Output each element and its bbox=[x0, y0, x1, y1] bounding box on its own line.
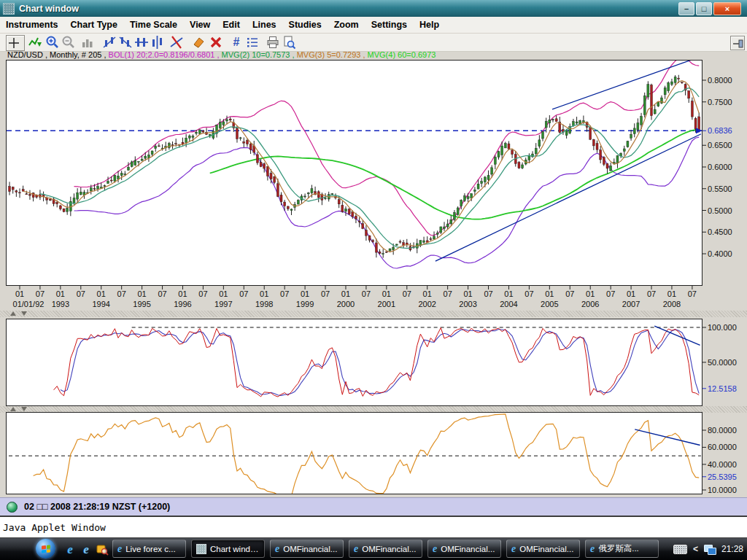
eraser-tool-icon[interactable] bbox=[191, 35, 206, 50]
panel-splitter[interactable] bbox=[0, 311, 747, 317]
collapse-down-icon[interactable] bbox=[21, 311, 27, 316]
taskbar-button-omfinancial[interactable]: eOMFinancial... bbox=[270, 540, 344, 558]
svg-text:07: 07 bbox=[117, 289, 126, 298]
internet-explorer-icon: e bbox=[354, 544, 358, 554]
taskbar-button-chart-window[interactable]: Chart window bbox=[191, 540, 265, 558]
print-icon[interactable] bbox=[266, 35, 280, 50]
svg-text:50.0000: 50.0000 bbox=[708, 358, 737, 367]
menu-help[interactable]: Help bbox=[419, 20, 439, 30]
svg-text:0.8000: 0.8000 bbox=[708, 76, 732, 85]
svg-text:01: 01 bbox=[56, 289, 65, 298]
applet-warning-bar: Java Applet Window bbox=[0, 516, 747, 538]
taskbar-button-[interactable]: e俄罗斯高... bbox=[585, 540, 659, 558]
menu-time-scale[interactable]: Time Scale bbox=[130, 20, 177, 30]
toolbar: # bbox=[0, 34, 747, 52]
svg-text:12.5158: 12.5158 bbox=[708, 384, 737, 393]
rsi-panel[interactable]: 80.000060.000040.000010.000025.5395 bbox=[6, 412, 741, 494]
main-price-chart[interactable]: 0.80000.75000.65000.60000.55000.50000.45… bbox=[6, 60, 741, 309]
menu-studies[interactable]: Studies bbox=[289, 20, 322, 30]
volume-histogram-icon[interactable] bbox=[80, 35, 95, 50]
svg-text:#: # bbox=[233, 36, 240, 48]
menu-edit[interactable]: Edit bbox=[222, 20, 240, 30]
grid-toggle-icon[interactable]: # bbox=[229, 35, 244, 50]
menu-chart-type[interactable]: Chart Type bbox=[71, 20, 117, 30]
internet-explorer-icon: e bbox=[117, 544, 122, 554]
svg-text:07: 07 bbox=[362, 289, 371, 298]
zoom-in-icon[interactable] bbox=[45, 35, 60, 50]
maximize-button[interactable]: □ bbox=[696, 2, 712, 15]
legend-mvg10: MVG(2) 10=0.7573 , bbox=[222, 50, 297, 59]
trendline-up-tool-icon[interactable] bbox=[102, 35, 117, 50]
menu-view[interactable]: View bbox=[190, 20, 210, 30]
svg-text:07: 07 bbox=[77, 289, 85, 298]
svg-text:1999: 1999 bbox=[296, 300, 314, 308]
menu-zoom[interactable]: Zoom bbox=[334, 20, 359, 30]
taskbar-button-label: OMFinancial... bbox=[283, 545, 337, 553]
quick-launch-search-icon[interactable] bbox=[95, 542, 109, 556]
collapse-up-icon[interactable] bbox=[10, 407, 16, 411]
print-preview-icon[interactable] bbox=[282, 35, 296, 50]
start-button[interactable] bbox=[36, 539, 55, 559]
chart-refresh-icon[interactable] bbox=[28, 35, 42, 50]
taskbar-button-omfinancial[interactable]: eOMFinancial... bbox=[349, 540, 422, 558]
svg-text:01: 01 bbox=[341, 289, 350, 298]
window-title: Chart window bbox=[19, 4, 79, 14]
collapse-down-icon[interactable] bbox=[21, 407, 27, 411]
taskbar-button-label: Live forex c... bbox=[125, 545, 175, 553]
delete-study-icon[interactable] bbox=[209, 35, 223, 50]
taskbar-button-omfinancial[interactable]: eOMFinancial... bbox=[427, 540, 501, 558]
svg-text:07: 07 bbox=[280, 289, 289, 298]
stochastic-panel[interactable]: 100.00050.000012.5158 bbox=[6, 319, 741, 406]
taskbar-button-label: OMFinancial... bbox=[362, 545, 416, 553]
stochastic-axis: 100.00050.000012.5158 bbox=[703, 323, 737, 393]
title-bar[interactable]: Chart window – □ × bbox=[0, 0, 747, 17]
network-status-icon[interactable] bbox=[704, 545, 716, 554]
dock-pin-icon[interactable] bbox=[730, 36, 745, 50]
svg-text:01: 01 bbox=[667, 289, 676, 298]
remove-line-tool-icon[interactable] bbox=[169, 35, 184, 50]
legend-bollinger: BOL(1) 20;2.0=0.8196/0.6801 , bbox=[109, 50, 222, 59]
menu-lines[interactable]: Lines bbox=[252, 20, 276, 30]
svg-text:01: 01 bbox=[586, 289, 595, 298]
quick-launch-ie-icon[interactable]: e bbox=[63, 542, 77, 556]
taskbar-clock[interactable]: 21:28 bbox=[721, 544, 743, 554]
taskbar-button-label: 俄罗斯高... bbox=[598, 543, 639, 554]
svg-text:0.6836: 0.6836 bbox=[708, 126, 732, 135]
svg-text:01/01/92: 01/01/92 bbox=[13, 300, 44, 308]
menu-bar: Instruments Chart Type Time Scale View E… bbox=[0, 17, 747, 34]
indicator-list-icon[interactable] bbox=[245, 35, 260, 50]
svg-text:07: 07 bbox=[444, 289, 452, 298]
taskbar-button-label: OMFinancial... bbox=[441, 545, 495, 553]
menu-instruments[interactable]: Instruments bbox=[6, 20, 58, 30]
svg-text:0.6500: 0.6500 bbox=[708, 141, 732, 149]
svg-text:1996: 1996 bbox=[174, 300, 191, 308]
menu-settings[interactable]: Settings bbox=[371, 20, 407, 30]
svg-text:0.4500: 0.4500 bbox=[708, 228, 732, 236]
svg-text:60.0000: 60.0000 bbox=[708, 443, 737, 451]
keyboard-layout-icon[interactable] bbox=[673, 545, 687, 554]
collapse-up-icon[interactable] bbox=[10, 311, 16, 316]
horizontal-line-tool-icon[interactable] bbox=[134, 35, 149, 50]
close-button[interactable]: × bbox=[713, 2, 741, 15]
svg-text:07: 07 bbox=[606, 289, 615, 298]
trendline-down-tool-icon[interactable] bbox=[118, 35, 133, 50]
tray-expand-icon[interactable]: < bbox=[693, 544, 698, 554]
svg-text:01: 01 bbox=[301, 289, 309, 298]
zoom-out-icon[interactable] bbox=[61, 35, 76, 50]
chart-legend: NZD/USD , Monthly, # 205 , BOL(1) 20;2.0… bbox=[7, 50, 436, 59]
taskbar-button-live-forex-c[interactable]: eLive forex c... bbox=[112, 540, 186, 558]
applet-warning-text: Java Applet Window bbox=[3, 522, 106, 533]
vertical-line-tool-icon[interactable] bbox=[150, 35, 165, 50]
svg-text:01: 01 bbox=[178, 289, 187, 298]
taskbar-button-label: OMFinancial... bbox=[519, 545, 573, 553]
svg-text:0.4000: 0.4000 bbox=[708, 249, 732, 258]
quick-launch-messenger-icon[interactable]: e bbox=[79, 542, 93, 556]
status-time-text: 02 □□ 2008 21:28:19 NZST (+1200) bbox=[24, 502, 170, 512]
taskbar-button-omfinancial[interactable]: eOMFinancial... bbox=[506, 540, 580, 558]
svg-text:10.0000: 10.0000 bbox=[708, 486, 737, 494]
svg-text:2005: 2005 bbox=[541, 300, 558, 308]
svg-text:07: 07 bbox=[239, 289, 248, 298]
crosshair-tool-icon[interactable] bbox=[6, 35, 25, 51]
minimize-button[interactable]: – bbox=[678, 2, 694, 15]
svg-text:2006: 2006 bbox=[581, 300, 599, 308]
